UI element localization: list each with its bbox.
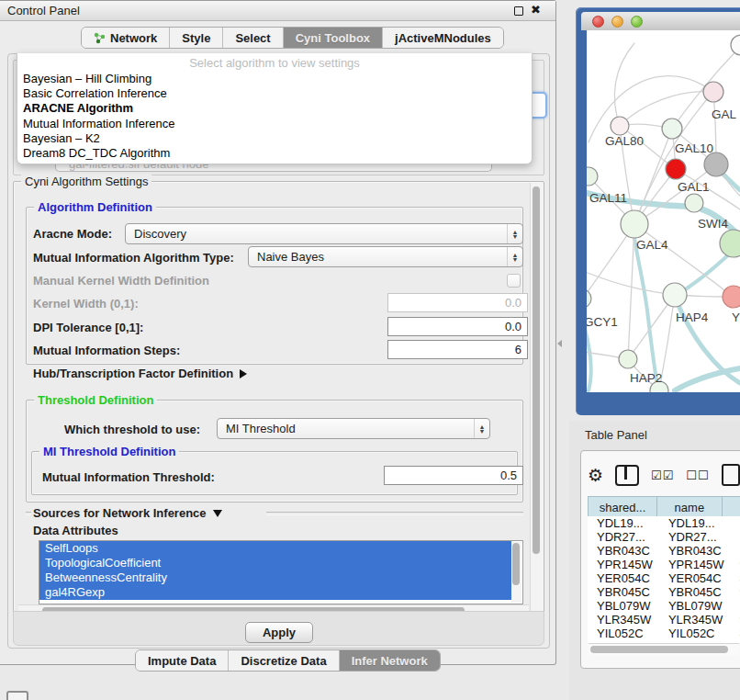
mi-algorithm-type-value: Naive Bayes (249, 250, 507, 264)
table-cell: YDR27... (659, 530, 730, 544)
attribute-item[interactable]: TopologicalCoefficient (39, 556, 511, 570)
table-cell: 13 (730, 516, 740, 530)
table-row[interactable]: YBR043CYBR043C (588, 544, 740, 558)
attribute-item[interactable]: SelfLoops (39, 541, 511, 556)
sources-group-line (26, 512, 31, 515)
algorithm-option[interactable]: ARACNE Algorithm (17, 101, 532, 116)
kernel-width-label: Kernel Width (0,1): (33, 297, 139, 310)
table-cell: YDR27... (588, 530, 659, 544)
network-node[interactable] (662, 119, 682, 139)
network-edge[interactable] (587, 322, 591, 390)
network-node[interactable] (685, 194, 703, 212)
table-cell (730, 599, 740, 613)
network-node[interactable] (621, 210, 648, 238)
deselect-all-icon[interactable]: ☐☐ (686, 469, 709, 482)
attribute-item[interactable]: BetweennessCentrality (39, 570, 511, 585)
network-node[interactable] (731, 35, 740, 55)
table-function-icon[interactable] (722, 464, 740, 486)
kernel-width-field[interactable]: 0.0 (387, 293, 528, 312)
close-icon[interactable]: ✖ (531, 3, 541, 17)
network-node[interactable] (587, 289, 591, 308)
network-edge[interactable] (589, 76, 713, 142)
network-node[interactable] (723, 286, 740, 308)
network-node[interactable] (663, 283, 687, 307)
network-node[interactable] (611, 117, 629, 135)
tab-cyni-toolbox[interactable]: Cyni Toolbox (284, 28, 383, 48)
algorithm-option[interactable]: Dream8 DC_TDC Algorithm (17, 146, 532, 161)
network-node[interactable] (704, 152, 728, 176)
control-panel-titlebar[interactable]: Control Panel ✖ (0, 1, 555, 21)
table-cell: YIL052C (588, 627, 659, 640)
which-threshold-value: MI Threshold (218, 422, 474, 435)
table-row[interactable]: YBL079WYBL079W (588, 599, 740, 613)
algorithm-dropdown-list: Select algorithm to view settings Bayesi… (17, 53, 533, 164)
which-threshold-combobox[interactable]: MI Threshold ▲▼ (217, 418, 490, 439)
table-row[interactable]: YER054CYER054C8. (588, 571, 740, 585)
splitter-collapse-icon[interactable] (557, 340, 562, 347)
mi-algorithm-type-combobox[interactable]: Naive Bayes ▲▼ (248, 246, 523, 267)
table-row[interactable]: YDL19...YDL19...13 (588, 516, 740, 530)
network-node[interactable] (666, 159, 686, 179)
network-edge[interactable] (634, 224, 733, 297)
algorithm-option[interactable]: Bayesian – Hill Climbing (17, 72, 532, 86)
table-column-header[interactable]: shared... (589, 497, 657, 518)
table-row[interactable]: YDR27...YDR27...12 (588, 530, 740, 544)
network-window-titlebar[interactable] (581, 12, 740, 30)
network-edge[interactable] (614, 43, 634, 126)
apply-button[interactable]: Apply (245, 622, 313, 643)
sources-expander[interactable]: Sources for Network Inference (33, 506, 222, 520)
network-node[interactable] (720, 230, 740, 257)
mi-steps-value: 6 (515, 343, 521, 356)
attribute-item[interactable]: gal4RGexp (39, 585, 511, 600)
mac-zoom-icon[interactable] (631, 16, 643, 28)
network-node[interactable] (587, 167, 598, 186)
manual-kernel-width-checkbox[interactable] (507, 274, 521, 288)
mi-steps-field[interactable]: 6 (387, 340, 528, 359)
network-edge[interactable] (634, 238, 658, 390)
table-cell: YLR345W (588, 613, 659, 627)
aracne-mode-value: Discovery (126, 227, 507, 241)
which-threshold-label: Which threshold to use: (64, 423, 200, 436)
tab-select[interactable]: Select (223, 28, 283, 48)
table-column-header[interactable]: A (722, 497, 740, 518)
dpi-tolerance-field[interactable]: 0.0 (387, 317, 528, 336)
hub-factor-expander[interactable]: Hub/Transcription Factor Definition (33, 367, 247, 380)
table-row[interactable]: YIL052CYIL052C8. (588, 627, 740, 640)
attributes-scrollbar[interactable] (511, 542, 521, 603)
show-columns-icon[interactable] (615, 465, 639, 486)
table-row[interactable]: YBR045CYBR045C9. (588, 585, 740, 599)
mac-close-icon[interactable] (592, 16, 604, 28)
tab-network[interactable]: Network (82, 28, 170, 48)
network-edge[interactable] (675, 368, 740, 390)
mi-threshold-field[interactable]: 0.5 (384, 466, 523, 485)
settings-vertical-scrollbar[interactable] (530, 183, 543, 615)
table-cell: 9. (730, 558, 740, 571)
tab-discretize-data[interactable]: Discretize Data (229, 650, 339, 671)
network-node[interactable] (619, 350, 637, 368)
stepper-arrows-icon: ▲▼ (507, 247, 522, 266)
table-cell: 12 (730, 530, 740, 544)
aracne-mode-combobox[interactable]: Discovery ▲▼ (125, 223, 523, 244)
table-column-header[interactable]: name (656, 497, 722, 518)
table-cell: YBR045C (588, 585, 659, 599)
tab-infer-network[interactable]: Infer Network (340, 650, 440, 671)
table-horizontal-scrollbar[interactable] (589, 643, 739, 655)
table-row[interactable]: YLR345WYLR345W9. (588, 613, 740, 627)
select-all-icon[interactable]: ☑☑ (651, 469, 674, 482)
network-edge[interactable] (628, 224, 634, 359)
gear-icon[interactable]: ⚙ (588, 466, 603, 484)
tab-style[interactable]: Style (170, 28, 223, 48)
algorithm-option[interactable]: Basic Correlation Inference (17, 86, 532, 101)
tab-impute-data[interactable]: Impute Data (136, 650, 229, 671)
mac-minimize-icon[interactable] (611, 16, 623, 28)
network-canvas[interactable]: GALGAL80GAL10GAL1GAL11SWI4GAL4GCY1HAP4YH… (587, 30, 740, 392)
network-view-window: GALGAL80GAL10GAL1GAL11SWI4GAL4GCY1HAP4YH… (576, 7, 740, 415)
float-window-icon[interactable] (514, 6, 523, 16)
network-node-label: Y (732, 310, 740, 324)
table-row[interactable]: YPR145WYPR145W9. (588, 558, 740, 571)
algorithm-option[interactable]: Bayesian – K2 (17, 131, 532, 146)
minimized-panel-icon[interactable] (6, 691, 28, 700)
tab-jactivemnodules[interactable]: jActiveMNodules (383, 28, 503, 48)
algorithm-option[interactable]: Mutual Information Inference (17, 117, 532, 131)
network-node[interactable] (703, 82, 723, 102)
